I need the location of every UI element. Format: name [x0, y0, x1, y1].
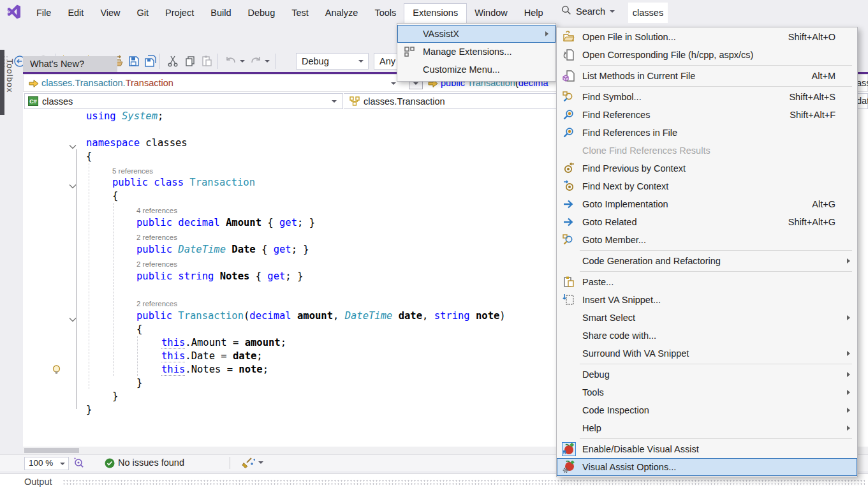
copy-button[interactable]: [184, 55, 196, 68]
vassistx-item-insert-va-snippet[interactable]: Insert VA Snippet...: [557, 291, 857, 309]
breadcrumb[interactable]: classes.Transaction.Transaction: [41, 78, 173, 88]
paste-icon: [563, 276, 575, 288]
menu-item-label: Share code with...: [582, 330, 656, 341]
redo-caret-icon[interactable]: [265, 60, 270, 63]
menu-test[interactable]: Test: [283, 4, 317, 23]
goto-icon: [563, 198, 575, 211]
paste-button[interactable]: [200, 55, 213, 68]
vassistx-item-goto-member[interactable]: Goto Member...: [557, 231, 857, 249]
vassistx-item-tools[interactable]: Tools: [557, 383, 857, 401]
menu-tools[interactable]: Tools: [366, 4, 404, 23]
menu-separator: [580, 65, 852, 66]
save-button[interactable]: [128, 55, 140, 68]
extensions-item-vassistx[interactable]: VAssistX: [397, 25, 555, 43]
vs-window: FileEditViewGitProjectBuildDebugTestAnal…: [0, 0, 868, 490]
submenu-arrow-icon: [847, 372, 850, 377]
menu-item-label: List Methods in Current File: [582, 71, 695, 81]
vassistx-item-code-inspection[interactable]: Code Inspection: [557, 401, 857, 419]
menu-help[interactable]: Help: [516, 4, 552, 23]
snippet-icon: [563, 293, 575, 306]
side-panel-strip: [0, 50, 4, 115]
vassistx-item-open-file-in-solution[interactable]: Open File in Solution...Shift+Alt+O: [557, 28, 857, 46]
menu-item-label: Find Next by Context: [582, 181, 668, 191]
code-cleanup-caret-icon[interactable]: [258, 461, 263, 464]
search-caret-icon: [610, 10, 615, 13]
search-icon: [561, 5, 571, 18]
vassistx-item-open-corresponding-file-h-cpp-aspx-cs[interactable]: Open Corresponding File (h/cpp, aspx/cs): [557, 46, 857, 64]
undo-button[interactable]: [224, 55, 237, 68]
vassistx-item-list-methods-in-current-file[interactable]: List Methods in Current FileAlt+M: [557, 67, 857, 85]
lightbulb-icon[interactable]: [51, 364, 62, 375]
find-symbol-icon: [563, 91, 575, 103]
vassistx-item-goto-implementation[interactable]: Goto ImplementationAlt+G: [557, 195, 857, 213]
menu-analyze[interactable]: Analyze: [317, 4, 367, 23]
visual-studio-logo-icon: [6, 4, 21, 19]
toolbar-separator: [276, 54, 276, 69]
vassistx-item-clone-find-references-results[interactable]: Clone Find References Results: [557, 142, 857, 160]
breadcrumb-caret-icon[interactable]: [391, 82, 396, 85]
vassistx-item-smart-select[interactable]: Smart Select: [557, 309, 857, 327]
menu-debug[interactable]: Debug: [239, 4, 283, 23]
menu-separator: [580, 86, 852, 87]
zoom-level-dropdown[interactable]: 100 %: [24, 457, 69, 470]
va-navigation-icon[interactable]: [73, 457, 85, 472]
menu-window[interactable]: Window: [466, 4, 516, 23]
menu-edit[interactable]: Edit: [59, 4, 92, 23]
extensions-item-customize-menu[interactable]: Customize Menu...: [397, 61, 555, 78]
tab-whats-new[interactable]: What's New?: [23, 56, 117, 72]
va-options-icon: [563, 461, 575, 473]
vassistx-item-find-references[interactable]: Find ReferencesShift+Alt+F: [557, 106, 857, 124]
goto-icon: [563, 216, 575, 228]
menu-git[interactable]: Git: [129, 4, 158, 23]
solution-configuration-dropdown[interactable]: Debug: [296, 53, 369, 70]
submenu-arrow-icon: [847, 351, 850, 356]
vassistx-item-surround-with-va-snippet[interactable]: Surround With VA Snippet: [557, 345, 857, 362]
vassistx-item-help[interactable]: Help: [557, 419, 857, 437]
redo-button[interactable]: [249, 55, 262, 68]
menu-project[interactable]: Project: [157, 4, 202, 23]
folder-open-icon: [563, 31, 575, 43]
breadcrumb-scope: classes.Transaction.: [41, 78, 126, 88]
fold-chevron-icon[interactable]: [69, 313, 78, 319]
menubar: FileEditViewGitProjectBuildDebugTestAnal…: [28, 0, 552, 23]
menu-build[interactable]: Build: [202, 4, 239, 23]
vassistx-item-find-references-in-file[interactable]: Find References in File: [557, 124, 857, 142]
menu-item-label: Find References in File: [582, 128, 677, 138]
health-check-icon[interactable]: [105, 458, 115, 471]
project-dropdown[interactable]: C# classes: [24, 93, 343, 109]
code-cleanup-icon[interactable]: [241, 457, 255, 472]
fold-chevron-icon[interactable]: [69, 179, 78, 186]
vassistx-item-share-code-with[interactable]: Share code with...: [557, 327, 857, 345]
ctx-next-icon: [563, 180, 575, 193]
toolbox-tab[interactable]: Toolbox: [5, 59, 15, 93]
menu-file[interactable]: File: [28, 4, 59, 23]
toolbar-separator: [159, 54, 160, 69]
vassistx-item-goto-related[interactable]: Goto RelatedShift+Alt+G: [557, 213, 857, 231]
vassistx-item-visual-assist-options[interactable]: Visual Assist Options...: [557, 458, 857, 476]
extensions-item-manage-extensions[interactable]: Manage Extensions...: [397, 43, 555, 61]
clipped-text-fragment: asse: [857, 78, 868, 88]
save-all-button[interactable]: [144, 55, 157, 68]
issues-status: No issues found: [118, 457, 184, 468]
vassistx-item-enable-disable-visual-assist[interactable]: Enable/Disable Visual Assist: [557, 440, 857, 458]
cut-button[interactable]: [166, 55, 179, 68]
vassistx-item-find-previous-by-context[interactable]: Find Previous by Context: [557, 160, 857, 177]
vassistx-item-debug[interactable]: Debug: [557, 366, 857, 383]
undo-caret-icon[interactable]: [240, 60, 245, 63]
menu-item-shortcut: Shift+Alt+G: [788, 217, 835, 227]
scrollbar-thumb[interactable]: [24, 448, 79, 453]
submenu-arrow-icon: [847, 408, 850, 413]
vassistx-item-code-generation-and-refactoring[interactable]: Code Generation and Refactoring: [557, 252, 857, 270]
vassistx-item-paste[interactable]: Paste...: [557, 273, 857, 291]
vassistx-item-find-next-by-context[interactable]: Find Next by Context: [557, 177, 857, 195]
fold-chevron-icon[interactable]: [69, 140, 78, 146]
vassistx-item-find-symbol[interactable]: Find Symbol...Shift+Alt+S: [557, 88, 857, 106]
menu-extensions[interactable]: Extensions: [404, 4, 466, 23]
menu-item-label: Manage Extensions...: [423, 47, 511, 57]
menu-item-shortcut: Alt+G: [812, 199, 835, 209]
search-control[interactable]: Search: [561, 0, 615, 23]
menu-item-label: Goto Related: [582, 217, 636, 227]
menu-view[interactable]: View: [92, 4, 128, 23]
menu-item-label: Find Symbol...: [582, 92, 642, 102]
statusbar-separator: [230, 457, 230, 469]
